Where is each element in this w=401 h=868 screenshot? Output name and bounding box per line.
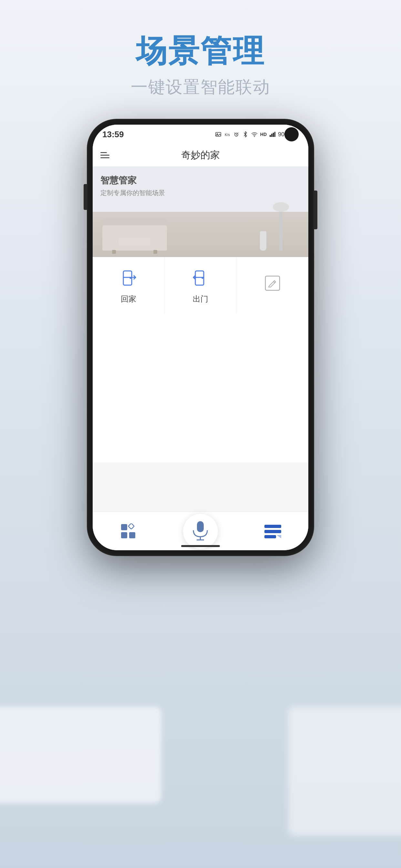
photo-status-icon (215, 131, 222, 138)
scene-icon-leave (189, 267, 212, 289)
bg-sofa-shape (0, 707, 161, 803)
status-bar: 13:59 K/s (93, 125, 308, 144)
wifi-status-icon (251, 131, 258, 138)
status-time: 13:59 (102, 129, 124, 140)
svg-rect-12 (274, 132, 275, 137)
page-subtitle: 一键设置智能联动 (0, 76, 401, 98)
nav-voice-button[interactable] (183, 514, 218, 549)
svg-point-19 (130, 277, 131, 279)
svg-rect-35 (265, 535, 276, 538)
microphone-icon (191, 521, 209, 541)
alarm-status-icon (233, 131, 240, 138)
content-area (93, 314, 308, 462)
scene-label-leave: 出门 (193, 294, 208, 304)
top-section: 场景管理 一键设置智能联动 (0, 32, 401, 98)
hero-subtitle: 定制专属你的智能场景 (100, 189, 165, 197)
svg-rect-27 (128, 523, 134, 529)
scenes-nav-icon (265, 523, 281, 539)
nav-item-scenes[interactable] (257, 523, 289, 539)
scene-grid: 回家 (93, 257, 308, 314)
nav-item-devices[interactable] (112, 523, 144, 539)
home-indicator (181, 545, 220, 547)
main-scroll-area[interactable]: 智慧管家 定制专属你的智能场景 (93, 166, 308, 512)
svg-line-7 (238, 133, 238, 133)
svg-rect-29 (129, 532, 135, 538)
bluetooth-status-icon (242, 131, 249, 138)
app-title: 奇妙的家 (181, 149, 220, 162)
room-table (119, 238, 151, 246)
scene-label-home: 回家 (121, 294, 136, 304)
svg-rect-28 (121, 532, 127, 538)
hd-status-icon: HD (260, 131, 267, 138)
room-vase (260, 231, 266, 251)
svg-rect-34 (265, 530, 281, 533)
svg-point-23 (202, 277, 204, 279)
scene-item-add[interactable] (237, 257, 308, 314)
svg-rect-11 (273, 133, 274, 137)
cellular-status-icon (269, 131, 276, 138)
front-camera (284, 127, 299, 142)
scene-icon-home (117, 267, 140, 289)
bg-sofa-right-shape (288, 707, 401, 836)
app-header: 奇妙的家 (93, 144, 308, 166)
scene-item-leave[interactable]: 出门 (165, 257, 237, 314)
room-lamp (279, 212, 282, 251)
hero-text: 智慧管家 定制专属你的智能场景 (100, 175, 165, 197)
svg-rect-24 (266, 276, 280, 290)
sofa-leg-right (153, 250, 157, 254)
scene-icon-add (261, 272, 284, 294)
menu-line-1 (100, 152, 107, 153)
bottom-navigation (93, 512, 308, 550)
menu-line-2 (100, 155, 110, 156)
phone-mockup: 13:59 K/s (88, 120, 313, 555)
signal-status-icon: K/s (224, 131, 231, 138)
sofa-legs (109, 250, 160, 254)
phone-screen: 13:59 K/s (93, 125, 308, 550)
svg-line-6 (235, 133, 235, 133)
menu-icon[interactable] (100, 152, 110, 158)
scene-item-home[interactable]: 回家 (93, 257, 165, 314)
svg-rect-33 (265, 525, 281, 528)
svg-text:K/s: K/s (225, 133, 230, 136)
sofa-leg-left (112, 250, 116, 254)
hero-banner: 智慧管家 定制专属你的智能场景 (93, 166, 308, 257)
svg-line-5 (236, 135, 237, 135)
svg-rect-26 (121, 524, 127, 530)
svg-line-25 (274, 282, 275, 283)
svg-rect-10 (271, 134, 273, 137)
svg-rect-30 (197, 521, 204, 532)
menu-line-3 (100, 157, 110, 158)
svg-point-8 (254, 136, 255, 137)
hero-title: 智慧管家 (100, 175, 165, 187)
svg-rect-9 (270, 135, 271, 137)
phone-outer: 13:59 K/s (88, 120, 313, 555)
app-content: 奇妙的家 (93, 144, 308, 550)
devices-nav-icon (120, 523, 136, 539)
page-title: 场景管理 (0, 32, 401, 69)
